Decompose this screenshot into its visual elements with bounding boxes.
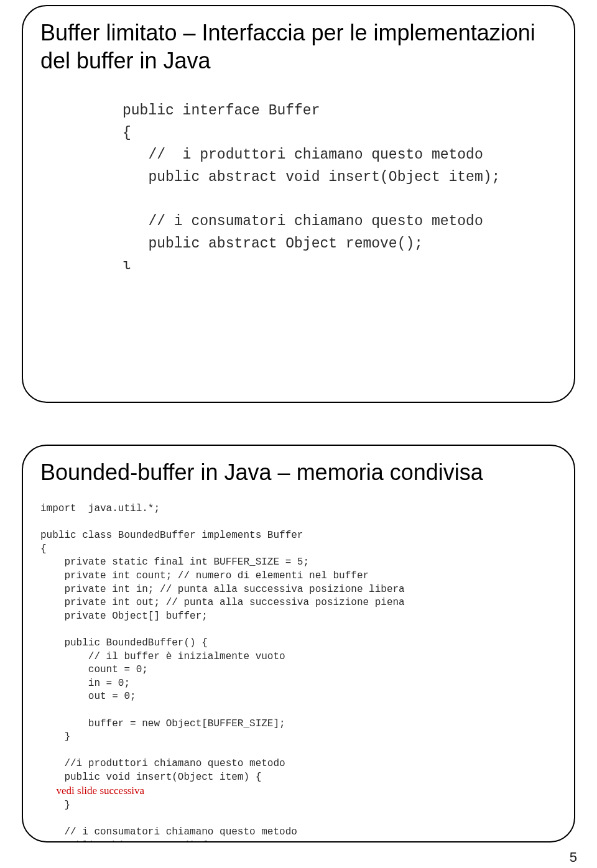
code-line: { [123,125,131,141]
code-line-red: vedi slide successiva [40,785,144,796]
code-line: public interface Buffer [123,103,320,119]
code-line: // il buffer è inizialmente vuoto [40,651,285,662]
code-line: } [40,731,70,742]
code-line [123,192,131,208]
code-line: // i consumatori chiamano questo metodo [40,826,297,838]
code-line: private int out; // punta alla successiv… [40,597,405,608]
code-line: public abstract void insert(Object item)… [123,169,500,185]
code-line: // i produttori chiamano questo metodo [123,147,483,163]
slide-1: Buffer limitato – Interfaccia per le imp… [22,5,575,403]
page: Buffer limitato – Interfaccia per le imp… [0,0,597,868]
code-line: public void insert(Object item) { [40,772,261,783]
code-line: //i produttori chiamano questo metodo [40,758,285,769]
code-line: buffer = new Object[BUFFER_SIZE]; [40,718,285,729]
code-line: count = 0; [40,664,148,675]
code-line: { [40,543,47,555]
code-line: import java.util.*; [40,503,160,514]
code-line: ι [123,257,131,274]
code-box-1: public interface Buffer { // i produttor… [112,91,491,327]
code-block-2: import java.util.*; public class Bounded… [40,502,557,843]
slide-2-title: Bounded-buffer in Java – memoria condivi… [40,458,557,486]
page-number: 5 [570,849,577,866]
code-line: private Object[] buffer; [40,611,208,622]
code-line: public Object remove() { [40,840,208,843]
code-line: private static final int BUFFER_SIZE = 5… [40,556,309,568]
code-line: // i consumatori chiamano questo metodo [123,213,483,229]
code-line: public class BoundedBuffer implements Bu… [40,530,303,541]
slide-1-title: Buffer limitato – Interfaccia per le imp… [40,19,557,75]
code-line: } [40,800,70,811]
slide-2: Bounded-buffer in Java – memoria condivi… [22,445,575,843]
code-line: private int in; // punta alla successiva… [40,584,405,595]
code-line: in = 0; [40,678,130,689]
code-line: out = 0; [40,691,136,702]
code-line: private int count; // numero di elementi… [40,570,369,581]
code-line: public BoundedBuffer() { [40,637,208,649]
code-block-1: public interface Buffer { // i produttor… [123,100,481,277]
code-line: public abstract Object remove(); [123,236,423,252]
